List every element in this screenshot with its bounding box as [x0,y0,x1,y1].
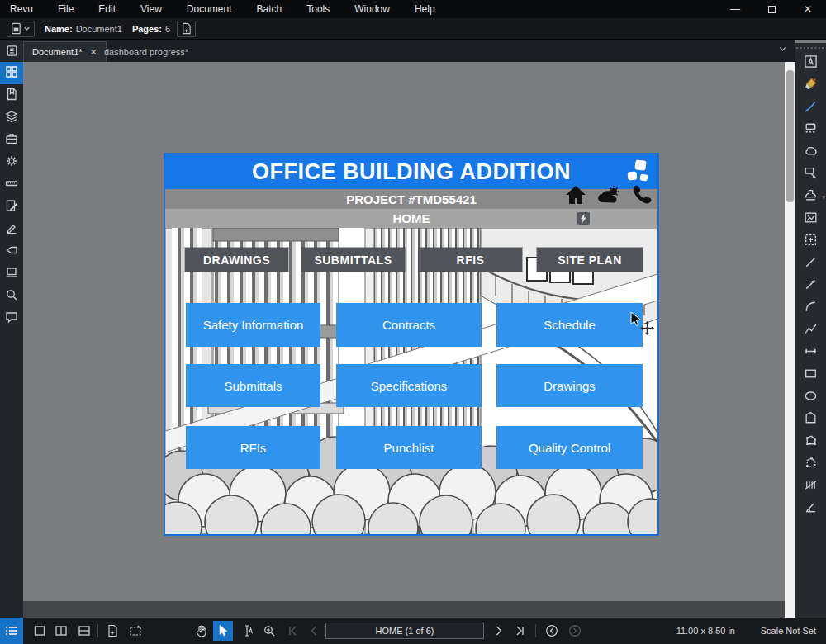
menu-revu[interactable]: Revu [0,0,45,18]
dashboard-button-rfis[interactable]: RFIs [186,426,320,469]
vertical-scrollbar[interactable] [785,62,795,618]
menu-window[interactable]: Window [342,0,402,18]
tool-arrow[interactable] [795,275,826,297]
maximize-button[interactable] [753,0,790,18]
tool-highlighter[interactable] [795,74,826,97]
tool-line[interactable] [795,253,826,275]
menu-edit[interactable]: Edit [86,0,128,18]
previous-page-button[interactable] [304,621,324,641]
dashboard-button-drawings[interactable]: Drawings [496,364,643,407]
dashboard-button-schedule[interactable]: Schedule [496,303,643,347]
project-bar: PROJECT #TMD55421 [165,189,657,209]
tool-count[interactable] [795,476,826,498]
sidebar-item-properties[interactable] [0,151,23,173]
hyperlink-indicator[interactable] [577,212,590,225]
document-tab-bar: Document1*✕dashboard progress* [0,40,795,62]
tool-area[interactable] [795,431,826,453]
sidebar-item-dashboards[interactable] [0,62,23,84]
tool-pen[interactable] [795,97,826,119]
tool-arc[interactable] [795,297,826,320]
insert-page-button[interactable] [177,21,196,37]
next-page-button[interactable] [489,621,509,641]
select-text-button[interactable] [238,621,258,641]
lightning-icon [580,214,587,223]
first-page-button[interactable] [282,621,302,641]
close-button[interactable]: ✕ [790,0,826,18]
tab-overflow-button[interactable] [778,45,787,54]
sidebar-item-layers[interactable] [0,107,23,129]
tool-image[interactable] [795,208,826,230]
pan-hand-button[interactable] [192,621,211,641]
document-tab[interactable]: Document1*✕ [23,41,107,62]
tool-ellipse[interactable] [795,386,826,409]
minimize-button[interactable]: — [717,0,753,18]
page-navigation-field[interactable]: HOME (1 of 6) [325,623,484,639]
section-title: HOME [393,211,430,225]
page-title: OFFICE BUILDING ADDITION [252,159,571,185]
menu-document[interactable]: Document [174,0,244,18]
tool-length[interactable] [795,342,826,364]
tool-perimeter[interactable] [795,453,826,476]
tool-callout[interactable] [795,163,826,186]
tool-polyline[interactable] [795,320,826,342]
toolbar-drag-handle[interactable]: •••••••• [796,45,826,51]
scrollbar-thumb[interactable] [786,70,794,202]
single-page-view-button[interactable] [30,621,50,641]
markups-list-button[interactable] [0,618,23,644]
split-vertical-button[interactable] [51,621,71,641]
dashboard-button-submittals[interactable]: Submittals [186,364,320,407]
last-page-button[interactable] [510,621,530,641]
sidebar-item-markups[interactable] [0,196,23,218]
tool-angle[interactable] [795,498,826,520]
sidebar-item-tool-chest[interactable] [0,129,23,151]
tool-stamp[interactable]: ▾ [795,186,826,208]
phone-icon[interactable] [631,184,653,206]
tool-text-box[interactable] [795,52,826,74]
callout-icon [804,166,818,183]
menu-batch[interactable]: Batch [244,0,295,18]
dashboard-button-specifications[interactable]: Specifications [336,364,482,407]
menu-help[interactable]: Help [402,0,448,18]
dashboard-button-safety-information[interactable]: Safety Information [186,303,320,347]
home-icon[interactable] [563,184,588,206]
tool-snapshot[interactable] [795,230,826,253]
horizontal-scrollbar[interactable] [23,601,785,618]
panel-access-button[interactable] [0,40,23,62]
dashboard-button-quality-control[interactable]: Quality Control [496,426,643,469]
document-dropdown-button[interactable] [7,21,35,37]
next-view-button[interactable] [565,621,585,641]
dashboard-button-punchlist[interactable]: Punchlist [336,426,482,469]
dashboard-button-contracts[interactable]: Contracts [336,303,482,347]
select-arrow-button[interactable] [213,621,233,641]
menu-view[interactable]: View [128,0,174,18]
nav-tab-site-plan[interactable]: SITE PLAN [537,248,643,272]
nav-tab-rfis[interactable]: RFIS [419,248,522,272]
sidebar-item-bookmarks[interactable] [0,84,23,107]
scale-status[interactable]: Scale Not Set [761,626,816,636]
sidebar-item-search[interactable] [0,285,23,307]
nav-tab-drawings[interactable]: DRAWINGS [185,248,288,272]
nav-tab-submittals[interactable]: SUBMITTALS [301,248,405,272]
snapshot-view-button[interactable] [126,621,145,641]
sidebar-item-thumbnails[interactable] [0,263,23,285]
tool-chest-icon [5,132,18,149]
file-toolbar: Name: Document1 Pages: 6 [0,18,826,40]
sidebar-item-signatures[interactable] [0,218,23,240]
sidebar-item-measurements[interactable] [0,173,23,196]
zoom-button[interactable] [259,621,279,641]
tool-eraser[interactable] [795,119,826,141]
tool-polygon[interactable] [795,409,826,431]
tool-rectangle[interactable] [795,364,826,386]
tool-cloud[interactable] [795,141,826,163]
sidebar-item-studio[interactable] [0,307,23,329]
chevron-down-icon[interactable]: ▾ [822,194,825,201]
menu-file[interactable]: File [45,0,86,18]
weather-icon[interactable] [596,184,623,206]
document-tab[interactable]: dashboard progress* [96,41,197,62]
panel-access-icon [6,45,18,57]
split-horizontal-button[interactable] [74,621,94,641]
previous-view-button[interactable] [542,621,562,641]
menu-tools[interactable]: Tools [294,0,342,18]
sidebar-item-tags[interactable] [0,240,23,263]
insert-document-button[interactable] [102,621,122,641]
